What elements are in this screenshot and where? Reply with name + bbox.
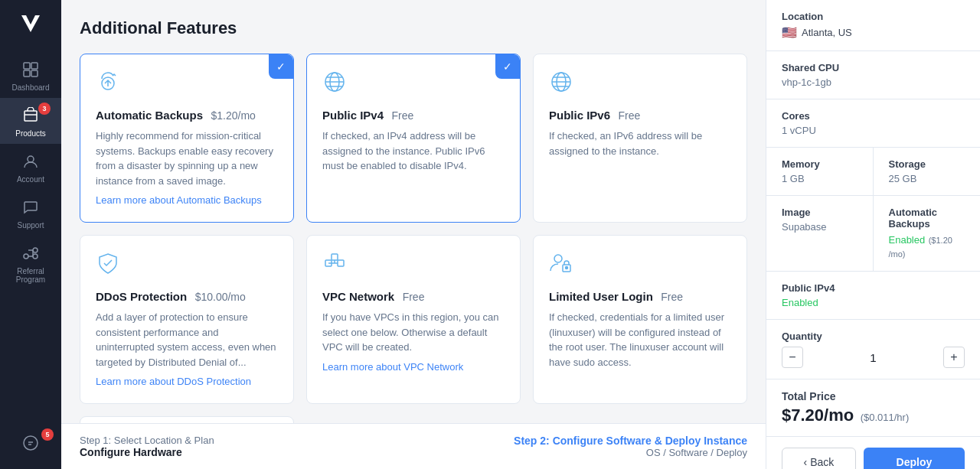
deploy-button[interactable]: Deploy (864, 448, 965, 469)
sidebar-item-account[interactable]: Account (0, 144, 61, 190)
svg-rect-4 (31, 70, 38, 77)
panel-auto-backups-section: Automatic Backups Enabled ($1.20 /mo) (874, 196, 981, 271)
logo[interactable] (15, 9, 46, 40)
step2[interactable]: Step 2: Configure Software & Deploy Inst… (514, 435, 747, 458)
network-icon (322, 251, 505, 281)
panel-storage-section: Storage 25 GB (874, 148, 981, 195)
products-icon (22, 107, 39, 126)
user-lock-icon (549, 251, 731, 281)
step1: Step 1: Select Location & Plan Configure… (80, 435, 214, 458)
panel-auto-backups-label: Automatic Backups (889, 207, 965, 230)
feature-desc: If checked, an IPv6 address will be assi… (549, 129, 731, 158)
quantity-value: 1 (870, 351, 876, 364)
panel-memory-value: 1 GB (782, 173, 858, 184)
feature-desc: If checked, an IPv4 address will be assi… (322, 129, 505, 174)
feature-name: Public IPv4 (322, 109, 384, 122)
quantity-decrease-button[interactable]: − (782, 347, 803, 368)
total-amount: $7.20/mo (782, 405, 854, 425)
svg-point-27 (566, 267, 568, 269)
quantity-control: − 1 + (782, 347, 965, 368)
panel-shared-cpu-section: Shared CPU vhp-1c-1gb (766, 51, 980, 99)
svg-rect-5 (24, 111, 37, 121)
feature-header: Limited User Login Free (549, 290, 731, 304)
panel-total-price-section: Total Price $7.20/mo ($0.011/hr) (766, 379, 980, 437)
feature-header: Public IPv4 Free (322, 109, 505, 122)
sidebar-products-label: Products (15, 129, 45, 138)
panel-ipv4-value: Enabled (782, 297, 965, 308)
panel-quantity-section: Quantity − 1 + (766, 320, 980, 379)
panel-memory-label: Memory (782, 158, 858, 170)
back-button[interactable]: ‹ Back (782, 448, 856, 469)
panel-image-value: Supabase (782, 221, 858, 233)
features-grid-row3: Cloud-Init User-Data Free This allows yo… (80, 416, 747, 423)
feature-price: Free (392, 109, 414, 122)
panel-location-value: 🇺🇸 Atlanta, US (782, 25, 965, 40)
feature-name: Limited User Login (549, 290, 653, 303)
products-badge: 3 (38, 103, 51, 115)
quantity-increase-button[interactable]: + (943, 347, 965, 368)
empty-cell-2 (533, 416, 747, 423)
feature-price: Free (619, 109, 641, 122)
panel-actions: ‹ Back Deploy (766, 437, 980, 469)
feature-link[interactable]: Learn more about DDoS Protection (96, 376, 251, 387)
account-icon (22, 153, 39, 172)
feature-header: Automatic Backups $1.20/mo (96, 109, 278, 122)
sidebar-dashboard-label: Dashboard (12, 83, 50, 92)
chat-icon (22, 435, 39, 454)
main-area: Additional Features Automatic Backups $1… (61, 0, 766, 469)
sidebar-item-support[interactable]: Support (0, 190, 61, 236)
panel-ipv4-label: Public IPv4 (782, 282, 965, 294)
feature-name: Automatic Backups (96, 109, 203, 122)
features-grid-row1: Automatic Backups $1.20/mo Highly recomm… (80, 54, 747, 223)
svg-point-25 (554, 255, 562, 262)
sidebar-nav: Dashboard 3 Products Account (0, 52, 61, 425)
panel-quantity-label: Quantity (782, 331, 965, 342)
total-price-label: Total Price (782, 390, 965, 402)
sidebar-item-dashboard[interactable]: Dashboard (0, 52, 61, 98)
svg-rect-21 (338, 260, 344, 266)
feature-card-automatic-backups[interactable]: Automatic Backups $1.20/mo Highly recomm… (80, 54, 294, 223)
panel-image-backups: Image Supabase Automatic Backups Enabled… (766, 196, 980, 272)
feature-name: DDoS Protection (96, 290, 187, 303)
feature-card-vpc[interactable]: VPC Network Free If you have VPCs in thi… (306, 235, 521, 404)
backup-icon (96, 70, 278, 99)
panel-cores-value: 1 vCPU (782, 125, 965, 136)
step2-sub: OS / Software / Deploy (514, 447, 747, 458)
sidebar-support-label: Support (17, 221, 44, 230)
total-price-row: $7.20/mo ($0.011/hr) (782, 405, 965, 425)
sidebar-item-referral[interactable]: Referral Program (0, 236, 61, 290)
panel-auto-backups-value: Enabled ($1.20 /mo) (889, 233, 965, 260)
dashboard-icon (22, 61, 39, 80)
feature-card-limited-user[interactable]: Limited User Login Free If checked, cred… (533, 235, 747, 404)
feature-link[interactable]: Learn more about VPC Network (322, 361, 463, 373)
feature-price: $1.20/mo (211, 109, 256, 122)
panel-location-label: Location (782, 11, 965, 22)
sidebar-item-products[interactable]: 3 Products (0, 98, 61, 144)
svg-point-8 (24, 436, 38, 450)
feature-link[interactable]: Learn more about Automatic Backups (96, 194, 262, 206)
chat-badge: 5 (41, 428, 54, 441)
feature-card-ddos[interactable]: DDoS Protection $10.00/mo Add a layer of… (80, 235, 294, 404)
feature-price: Free (661, 291, 683, 303)
sidebar-item-chat[interactable]: 5 (0, 425, 61, 460)
feature-price: $10.00/mo (195, 291, 246, 303)
content-area: Additional Features Automatic Backups $1… (61, 0, 766, 423)
feature-header: VPC Network Free (322, 290, 505, 304)
feature-card-public-ipv4[interactable]: Public IPv4 Free If checked, an IPv4 add… (306, 54, 521, 223)
feature-header: DDoS Protection $10.00/mo (96, 290, 278, 304)
panel-image-section: Image Supabase (766, 196, 874, 271)
sidebar-account-label: Account (17, 175, 44, 184)
svg-marker-0 (21, 15, 40, 32)
empty-cell-1 (306, 416, 521, 423)
panel-location-section: Location 🇺🇸 Atlanta, US (766, 0, 980, 51)
feature-card-public-ipv6[interactable]: Public IPv6 Free If checked, an IPv6 add… (533, 54, 747, 223)
shield-icon (96, 251, 278, 281)
feature-card-cloud-init[interactable]: Cloud-Init User-Data Free This allows yo… (80, 416, 294, 423)
flag-icon: 🇺🇸 (782, 25, 797, 40)
support-icon (22, 199, 39, 218)
footer-steps: Step 1: Select Location & Plan Configure… (61, 423, 766, 469)
ipv6-icon (549, 70, 731, 99)
panel-cores-label: Cores (782, 110, 965, 122)
step1-label: Step 1: Select Location & Plan (80, 435, 214, 446)
feature-desc: Add a layer of protection to ensure cons… (96, 310, 278, 370)
